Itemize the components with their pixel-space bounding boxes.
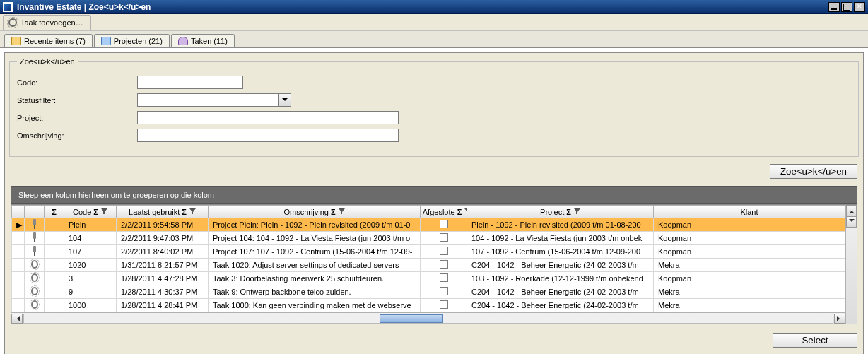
- cell-closed[interactable]: [421, 299, 467, 312]
- project-input[interactable]: [137, 111, 399, 124]
- sigma-icon: [457, 208, 463, 216]
- row-type-icon-cell: [25, 218, 45, 232]
- cell-closed[interactable]: [421, 245, 467, 259]
- cell-code: 104: [64, 232, 117, 245]
- row-sigma-cell: [45, 285, 64, 299]
- table-row[interactable]: 10201/31/2011 8:21:57 PMTaak 1020: Adjus…: [12, 259, 845, 272]
- cell-closed[interactable]: [421, 259, 467, 272]
- table-row[interactable]: 91/28/2011 4:30:37 PMTaak 9: Ontwerp bac…: [12, 285, 845, 299]
- table-row[interactable]: 1042/2/2011 9:47:03 PMProject 104: 104 -…: [12, 232, 845, 245]
- cell-last-used: 1/28/2011 4:30:37 PM: [117, 285, 209, 299]
- add-task-button[interactable]: Taak toevoegen…: [3, 15, 91, 30]
- row-type-icon-cell: [25, 272, 45, 285]
- cell-project: C204 - 1042 - Beheer Energetic (24-02-20…: [467, 259, 654, 272]
- hscrollbar[interactable]: [11, 312, 845, 324]
- col-code[interactable]: Code: [64, 206, 117, 218]
- tab-tasks[interactable]: Taken (11): [171, 34, 235, 47]
- col-klant-label: Klant: [740, 208, 758, 216]
- tab-projects-label: Projecten (21): [114, 37, 163, 45]
- vscrollbar[interactable]: [845, 205, 857, 324]
- filter-icon: [189, 208, 196, 215]
- cell-desc: Taak 1000: Kan geen verbinding maken met…: [209, 299, 421, 312]
- table-row[interactable]: 1072/2/2011 8:40:02 PMProject 107: 107 -…: [12, 245, 845, 259]
- cell-closed[interactable]: [421, 285, 467, 299]
- cell-project: 104 - 1092 - La Viesta Fiesta (jun 2003 …: [467, 232, 654, 245]
- checkbox-icon[interactable]: [440, 273, 448, 282]
- col-klant[interactable]: Klant: [654, 206, 845, 218]
- folder-icon: [11, 37, 21, 45]
- col-project[interactable]: Project: [467, 206, 654, 218]
- col-icon[interactable]: [25, 206, 45, 218]
- group-hint[interactable]: Sleep een kolom hierheen om te groeperen…: [11, 186, 857, 204]
- checkbox-icon[interactable]: [440, 233, 448, 242]
- col-last-used[interactable]: Laatst gebruikt: [117, 206, 209, 218]
- code-input[interactable]: [137, 76, 243, 89]
- desc-input[interactable]: [137, 129, 399, 142]
- add-task-label: Taak toevoegen…: [20, 18, 83, 27]
- cell-closed[interactable]: [421, 272, 467, 285]
- pin-icon: [30, 219, 39, 229]
- sigma-icon: [93, 208, 99, 216]
- row-indicator: ▶: [12, 218, 25, 232]
- status-input[interactable]: [137, 93, 278, 107]
- cell-project: 107 - 1092 - Centrum (15-06-2004 t/m 12-…: [467, 245, 654, 259]
- checkbox-icon[interactable]: [440, 300, 448, 309]
- col-desc-label: Omschrijving: [283, 208, 329, 216]
- sigma-icon: [330, 208, 336, 216]
- cell-code: 1000: [64, 299, 117, 312]
- checkbox-icon[interactable]: [440, 287, 448, 295]
- table-row[interactable]: 10001/28/2011 4:28:41 PMTaak 1000: Kan g…: [12, 299, 845, 312]
- minimize-button[interactable]: [828, 2, 840, 12]
- code-label: Code:: [17, 78, 137, 87]
- col-sigma[interactable]: [45, 206, 64, 218]
- cell-desc: Project 107: 107 - 1092 - Centrum (15-06…: [209, 245, 421, 259]
- row-sigma-cell: [45, 259, 64, 272]
- checkbox-icon[interactable]: [440, 220, 448, 228]
- row-type-icon-cell: [25, 259, 45, 272]
- col-desc[interactable]: Omschrijving: [209, 206, 421, 218]
- scroll-track[interactable]: [23, 314, 833, 324]
- row-sigma-cell: [45, 299, 64, 312]
- status-dropdown-button[interactable]: [278, 93, 291, 107]
- search-legend: Zoe<u>k</u>en: [17, 57, 78, 66]
- data-table: Code Laatst gebruikt Omschrijving Afgesl…: [11, 205, 845, 312]
- cell-code: 1020: [64, 259, 117, 272]
- cell-desc: Taak 1020: Adjust server settings of ded…: [209, 259, 421, 272]
- cell-project: C204 - 1042 - Beheer Energetic (24-02-20…: [467, 285, 654, 299]
- search-button[interactable]: Zoe<u>k</u>en: [770, 164, 857, 179]
- scroll-down-button[interactable]: [846, 216, 857, 228]
- col-code-label: Code: [73, 208, 91, 216]
- scroll-thumb[interactable]: [380, 314, 443, 323]
- cell-closed[interactable]: [421, 232, 467, 245]
- scroll-left-button[interactable]: [11, 314, 23, 324]
- table-row[interactable]: ▶Plein2/2/2011 9:54:58 PMProject Plein: …: [12, 218, 845, 232]
- sigma-icon: [181, 208, 187, 216]
- close-button[interactable]: [854, 2, 865, 12]
- desc-label: Omschrijving:: [17, 131, 137, 140]
- scroll-up-button[interactable]: [846, 205, 857, 216]
- maximize-button[interactable]: [841, 2, 852, 12]
- tabs-bar: Recente items (7) Projecten (21) Taken (…: [0, 31, 868, 48]
- cell-klant: Mekra: [654, 285, 845, 299]
- task-icon: [178, 37, 188, 45]
- cell-klant: Mekra: [654, 259, 845, 272]
- row-indicator: [12, 245, 25, 259]
- table-row[interactable]: 31/28/2011 4:47:28 PMTaak 3: Doorbelasti…: [12, 272, 845, 285]
- project-label: Project:: [17, 114, 137, 122]
- checkbox-icon[interactable]: [440, 260, 448, 269]
- search-fieldset: Zoe<u>k</u>en Code: Statusfilter: Projec…: [9, 57, 859, 157]
- filter-icon: [339, 208, 345, 215]
- checkbox-icon[interactable]: [440, 247, 448, 255]
- col-indicator[interactable]: [12, 206, 25, 218]
- tab-recent[interactable]: Recente items (7): [4, 34, 93, 47]
- gear-icon: [8, 18, 18, 28]
- row-indicator: [12, 272, 25, 285]
- row-sigma-cell: [45, 245, 64, 259]
- toolbar-top: Taak toevoegen…: [0, 14, 868, 31]
- cell-closed[interactable]: [421, 218, 467, 232]
- col-closed[interactable]: Afgeslote: [421, 206, 467, 218]
- scroll-right-button[interactable]: [834, 314, 845, 324]
- tab-projects[interactable]: Projecten (21): [94, 34, 170, 47]
- titlebar: Invantive Estate | Zoe<u>k</u>en: [0, 0, 868, 14]
- select-button[interactable]: Select: [773, 333, 857, 348]
